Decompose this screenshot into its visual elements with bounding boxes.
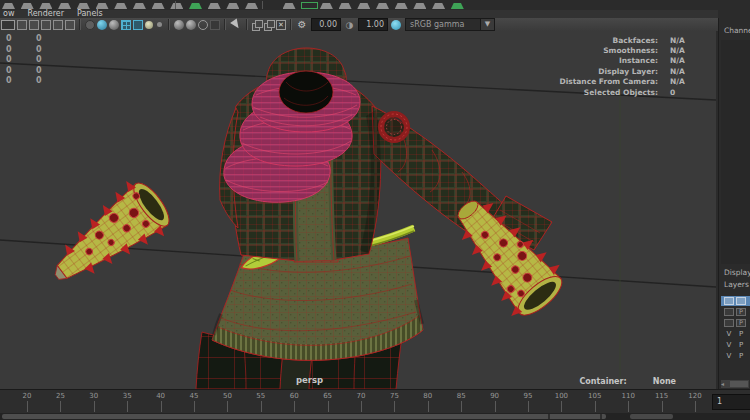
hud-label: Distance From Camera: [468, 77, 658, 86]
timeline-tick-label: 110 [622, 392, 635, 400]
bookmarks-icon[interactable] [41, 20, 51, 30]
shelf-icon[interactable] [301, 2, 318, 9]
wireframe-icon[interactable] [85, 20, 95, 30]
layer-visibility-toggle[interactable] [724, 308, 734, 316]
layer-row[interactable] [721, 296, 750, 306]
gamma-icon[interactable]: ◑ [344, 20, 355, 30]
shelf-icon[interactable] [114, 3, 127, 9]
range-slider-segment[interactable] [630, 414, 673, 419]
shaded-icon[interactable] [97, 20, 107, 30]
timeline-tick-label: 50 [223, 392, 232, 400]
scroll-thumb[interactable] [730, 381, 748, 387]
layer-row[interactable]: P [721, 307, 750, 317]
sleeve-badge [381, 114, 407, 140]
chevron-down-icon[interactable]: ▼ [480, 19, 494, 30]
shelf-icon[interactable] [376, 3, 389, 9]
exposure-field[interactable]: 0.00 [311, 18, 341, 31]
layer-playback-toggle[interactable]: P [736, 352, 746, 360]
current-frame-field[interactable]: 1 [712, 394, 750, 410]
image-plane-icon[interactable] [53, 20, 63, 30]
shelf-icon[interactable] [413, 3, 426, 9]
shelf-icon[interactable] [208, 3, 221, 9]
scroll-left-arrow-icon[interactable]: ◂ [721, 380, 724, 387]
exposure-icon[interactable]: ⚙ [296, 20, 308, 30]
poly-count-value: 0 [36, 34, 42, 43]
shelf-icon[interactable] [320, 3, 333, 9]
shelf-strip[interactable] [0, 0, 750, 10]
menu-item-show[interactable]: ow [3, 10, 14, 18]
camera-attributes-icon[interactable] [29, 20, 39, 30]
layer-visibility-toggle[interactable]: V [724, 352, 734, 360]
depth-of-field-icon[interactable] [186, 20, 196, 30]
menu-item-renderer[interactable]: Renderer [27, 10, 64, 18]
neck-opening [279, 71, 333, 113]
poly-count-value: 0 [6, 66, 12, 75]
layer-playback-toggle[interactable]: P [736, 319, 746, 327]
color-management-icon[interactable] [391, 20, 401, 30]
xray-icon[interactable] [252, 20, 262, 30]
perspective-viewport[interactable]: 0000000000 Backfaces:N/ASmoothness:N/AIn… [0, 31, 716, 389]
hud-value: N/A [670, 67, 710, 76]
gamma-field[interactable]: 1.00 [358, 18, 388, 31]
hud-row: Instance:N/A [468, 56, 710, 66]
timeline-tick-label: 55 [256, 392, 265, 400]
xray-joints-icon[interactable] [264, 20, 274, 30]
view-transform-dropdown[interactable]: sRGB gamma▼ [405, 18, 495, 31]
shelf-icon[interactable] [451, 3, 464, 9]
shelf-icon[interactable] [432, 3, 445, 9]
range-handle[interactable] [600, 414, 602, 419]
layer-visibility-toggle[interactable]: V [724, 341, 734, 349]
motion-blur-icon[interactable] [157, 22, 162, 27]
timeline-tick-label: 30 [89, 392, 98, 400]
timeline-tick-mark [695, 401, 696, 412]
pan-zoom-icon[interactable] [65, 20, 75, 30]
shadows-icon[interactable] [133, 20, 143, 30]
shelf-icon[interactable] [226, 3, 239, 9]
time-slider[interactable]: 1 20253035404550556065707580859095100105… [0, 389, 750, 414]
layer-row[interactable]: P [721, 318, 750, 328]
gamma-toggle-icon[interactable] [210, 20, 220, 30]
poly-count-value: 0 [6, 45, 12, 54]
channel-box-body[interactable] [721, 40, 750, 264]
timeline-tick-mark [94, 401, 95, 412]
layers-scrollbar[interactable]: ◂ [721, 380, 749, 388]
isolate-select-icon[interactable] [230, 19, 242, 31]
layer-playback-toggle[interactable]: P [736, 330, 746, 338]
select-camera-icon[interactable] [1, 20, 15, 30]
menu-item-panels[interactable]: Panels [77, 10, 103, 18]
xray-active-components-icon[interactable]: ✕ [276, 20, 286, 30]
shelf-separator [262, 1, 263, 9]
layer-visibility-toggle[interactable] [724, 319, 734, 327]
hud-label: Selected Objects: [468, 88, 658, 97]
shelf-icon[interactable] [133, 3, 146, 9]
shelf-icon[interactable] [283, 3, 296, 9]
layer-row[interactable]: VP [721, 351, 750, 361]
timeline-tick-mark [428, 401, 429, 412]
range-handle[interactable] [548, 414, 550, 419]
textured-icon[interactable] [109, 20, 119, 30]
range-slider[interactable] [0, 413, 750, 420]
layer-row[interactable]: VP [721, 329, 750, 339]
anti-aliasing-icon[interactable] [174, 20, 184, 30]
shelf-icon[interactable] [339, 3, 352, 9]
layer-playback-toggle[interactable] [736, 297, 746, 305]
exposure-toggle-icon[interactable] [198, 20, 208, 30]
layer-visibility-toggle[interactable]: V [724, 330, 734, 338]
shelf-icon[interactable] [152, 3, 165, 9]
hud-label: Backfaces: [468, 36, 658, 45]
layer-playback-toggle[interactable]: P [736, 341, 746, 349]
range-slider-bar[interactable] [2, 414, 606, 419]
shelf-icon[interactable] [245, 3, 258, 9]
shelf-icon[interactable] [170, 3, 183, 9]
lock-camera-icon[interactable] [17, 20, 27, 30]
use-all-lights-icon[interactable] [121, 20, 131, 30]
shelf-icon[interactable] [189, 3, 202, 9]
left-bracer[interactable] [36, 171, 179, 302]
layer-row[interactable]: VP [721, 340, 750, 350]
layer-playback-toggle[interactable]: P [736, 308, 746, 316]
ambient-occlusion-icon[interactable] [145, 21, 153, 29]
timeline-tick-mark [60, 401, 61, 412]
shelf-icon[interactable] [395, 3, 408, 9]
layer-visibility-toggle[interactable] [724, 297, 734, 305]
shelf-icon[interactable] [357, 3, 370, 9]
